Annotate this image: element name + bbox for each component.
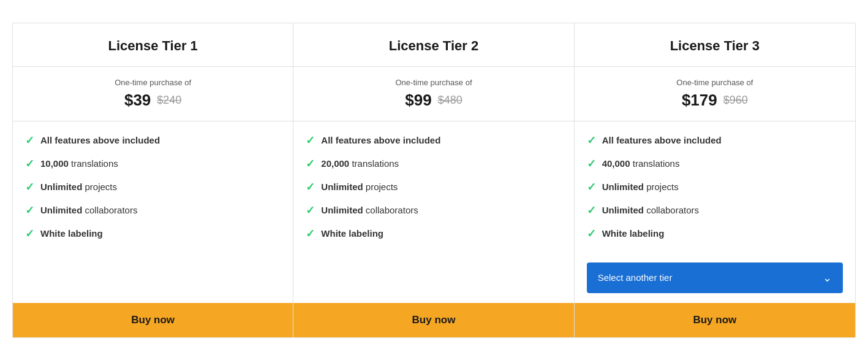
feature-text-3-3: Unlimited projects: [602, 182, 679, 192]
check-icon-1-2: ✓: [25, 157, 34, 170]
buy-now-button-2[interactable]: Buy now: [293, 303, 573, 337]
check-icon-1-1: ✓: [25, 134, 34, 147]
feature-item-2-5: ✓White labeling: [306, 227, 561, 240]
tier-card-2: License Tier 2One-time purchase of$99$48…: [293, 23, 574, 337]
feature-item-3-1: ✓All features above included: [587, 134, 843, 147]
price-original-2: $480: [438, 94, 462, 107]
dropdown-label-3: Select another tier: [598, 272, 673, 283]
one-time-label-1: One-time purchase of: [25, 78, 281, 87]
tier-pricing-1: One-time purchase of$39$240: [13, 67, 293, 121]
tier-title-2: License Tier 2: [306, 38, 561, 54]
check-icon-3-4: ✓: [587, 204, 596, 217]
check-icon-2-1: ✓: [306, 134, 315, 147]
feature-item-1-2: ✓10,000 translations: [25, 157, 281, 170]
feature-text-2-5: White labeling: [321, 228, 383, 239]
pricing-grid: License Tier 1One-time purchase of$39$24…: [12, 23, 856, 338]
feature-text-2-2: 20,000 translations: [321, 158, 399, 169]
feature-item-2-2: ✓20,000 translations: [306, 157, 561, 170]
feature-item-2-1: ✓All features above included: [306, 134, 561, 147]
feature-item-3-4: ✓Unlimited collaborators: [587, 204, 843, 217]
price-original-1: $240: [157, 94, 181, 107]
feature-item-3-3: ✓Unlimited projects: [587, 180, 843, 194]
tier-pricing-2: One-time purchase of$99$480: [293, 67, 573, 121]
one-time-label-2: One-time purchase of: [306, 78, 561, 87]
tier-header-3: License Tier 3: [575, 23, 855, 67]
feature-text-2-4: Unlimited collaborators: [321, 205, 418, 215]
tier-header-2: License Tier 2: [293, 23, 573, 67]
tier-actions-3: Select another tier⌄: [575, 253, 855, 293]
feature-item-3-5: ✓White labeling: [587, 227, 843, 240]
buy-now-button-3[interactable]: Buy now: [575, 303, 855, 337]
price-row-3: $179$960: [587, 91, 843, 110]
feature-item-1-3: ✓Unlimited projects: [25, 180, 281, 194]
check-icon-2-2: ✓: [306, 157, 315, 170]
tier-features-2: ✓All features above included✓20,000 tran…: [293, 121, 573, 253]
check-icon-3-3: ✓: [587, 180, 596, 194]
check-icon-2-3: ✓: [306, 180, 315, 194]
price-current-2: $99: [405, 91, 431, 110]
feature-item-2-3: ✓Unlimited projects: [306, 180, 561, 194]
price-original-3: $960: [723, 94, 748, 107]
feature-text-3-1: All features above included: [602, 135, 722, 145]
feature-item-2-4: ✓Unlimited collaborators: [306, 204, 561, 217]
tier-title-3: License Tier 3: [587, 38, 843, 54]
tier-card-3: License Tier 3One-time purchase of$179$9…: [575, 23, 855, 337]
check-icon-3-1: ✓: [587, 134, 596, 147]
check-icon-1-3: ✓: [25, 180, 34, 194]
check-icon-1-5: ✓: [25, 227, 34, 240]
tier-title-1: License Tier 1: [25, 38, 281, 54]
feature-text-1-2: 10,000 translations: [40, 158, 118, 169]
price-row-2: $99$480: [306, 91, 561, 110]
tier-card-1: License Tier 1One-time purchase of$39$24…: [13, 23, 293, 337]
feature-text-2-3: Unlimited projects: [321, 182, 398, 192]
price-current-1: $39: [124, 91, 151, 110]
price-row-1: $39$240: [25, 91, 281, 110]
check-icon-1-4: ✓: [25, 204, 34, 217]
feature-text-3-4: Unlimited collaborators: [602, 205, 699, 215]
feature-text-1-3: Unlimited projects: [40, 182, 117, 192]
check-icon-2-5: ✓: [306, 227, 315, 240]
check-icon-3-5: ✓: [587, 227, 596, 240]
tier-header-1: License Tier 1: [13, 23, 293, 67]
feature-item-1-1: ✓All features above included: [25, 134, 281, 147]
select-tier-dropdown-3[interactable]: Select another tier⌄: [587, 262, 843, 293]
price-current-3: $179: [682, 91, 717, 110]
feature-item-1-5: ✓White labeling: [25, 227, 281, 240]
check-icon-3-2: ✓: [587, 157, 596, 170]
feature-text-3-2: 40,000 translations: [602, 158, 680, 169]
tier-pricing-3: One-time purchase of$179$960: [575, 67, 855, 121]
feature-text-3-5: White labeling: [602, 228, 665, 239]
tier-features-1: ✓All features above included✓10,000 tran…: [13, 121, 293, 253]
feature-text-1-1: All features above included: [40, 135, 160, 145]
feature-item-1-4: ✓Unlimited collaborators: [25, 204, 281, 217]
check-icon-2-4: ✓: [306, 204, 315, 217]
feature-text-1-4: Unlimited collaborators: [40, 205, 137, 215]
chevron-down-icon-3: ⌄: [823, 271, 832, 285]
feature-text-2-1: All features above included: [321, 135, 440, 145]
one-time-label-3: One-time purchase of: [587, 78, 843, 87]
feature-item-3-2: ✓40,000 translations: [587, 157, 843, 170]
buy-now-button-1[interactable]: Buy now: [13, 303, 293, 337]
tier-features-3: ✓All features above included✓40,000 tran…: [575, 121, 855, 253]
feature-text-1-5: White labeling: [40, 228, 103, 239]
